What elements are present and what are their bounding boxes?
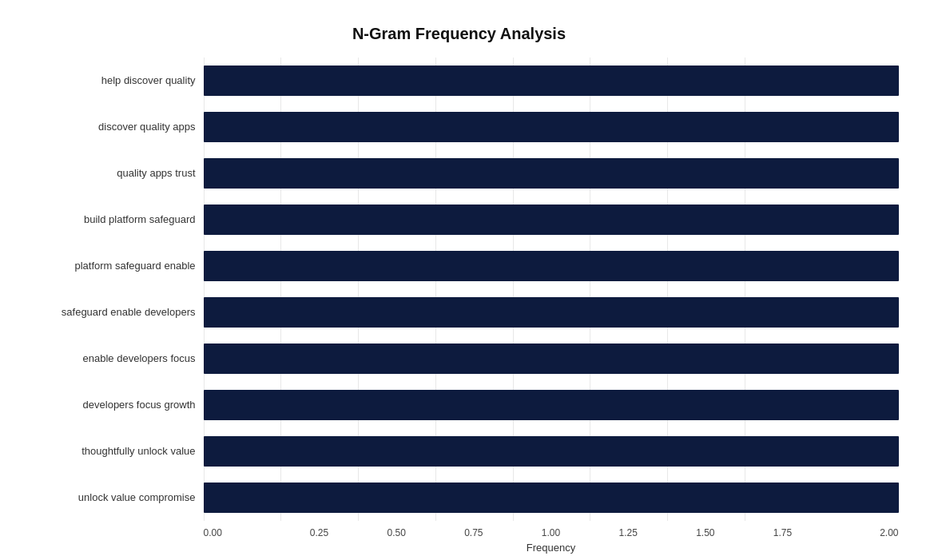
bar <box>204 158 899 189</box>
bars-container <box>204 58 899 521</box>
chart-title: N-Gram Frequency Analysis <box>20 25 899 43</box>
y-axis-label: unlock value compromise <box>20 478 196 518</box>
x-tick: 2.00 <box>821 527 899 538</box>
bottom-section: 0.000.250.500.751.001.251.501.752.00 Fre… <box>20 527 899 554</box>
y-axis-label: quality apps trust <box>20 153 196 193</box>
bar <box>204 344 899 374</box>
chart-area: help discover qualitydiscover quality ap… <box>20 58 899 521</box>
bar <box>204 297 899 328</box>
y-axis-label: discover quality apps <box>20 107 196 147</box>
bar <box>204 251 899 281</box>
bar-row <box>204 156 899 191</box>
bar-row <box>204 480 899 515</box>
bar-row <box>204 341 899 376</box>
y-axis: help discover qualitydiscover quality ap… <box>20 58 204 521</box>
x-tick: 1.00 <box>512 527 590 538</box>
x-tick: 0.00 <box>204 527 281 538</box>
x-tick: 0.50 <box>358 527 435 538</box>
bar-row <box>204 202 899 237</box>
bar <box>204 205 899 235</box>
y-axis-label: developers focus growth <box>20 385 196 425</box>
x-axis: 0.000.250.500.751.001.251.501.752.00 <box>204 527 899 538</box>
bar <box>204 436 899 467</box>
y-axis-label: help discover quality <box>20 61 196 101</box>
x-tick: 0.25 <box>280 527 358 538</box>
bar-row <box>204 63 899 98</box>
bar <box>204 66 899 96</box>
bars-and-grid <box>204 58 899 521</box>
bar <box>204 483 899 513</box>
x-tick: 1.75 <box>744 527 821 538</box>
chart-container: N-Gram Frequency Analysis help discover … <box>12 9 923 552</box>
bar <box>204 390 899 420</box>
bar-row <box>204 109 899 145</box>
bar-row <box>204 295 899 330</box>
x-tick: 1.50 <box>667 527 745 538</box>
bar-row <box>204 434 899 469</box>
y-axis-label: safeguard enable developers <box>20 292 196 332</box>
y-axis-label: build platform safeguard <box>20 200 196 240</box>
bar-row <box>204 248 899 284</box>
bar <box>204 112 899 142</box>
y-axis-label: enable developers focus <box>20 339 196 379</box>
x-tick: 0.75 <box>435 527 513 538</box>
bar-row <box>204 387 899 423</box>
y-axis-label: platform safeguard enable <box>20 246 196 286</box>
x-tick: 1.25 <box>590 527 667 538</box>
x-axis-label: Frequency <box>204 542 899 554</box>
y-axis-label: thoughtfully unlock value <box>20 431 196 471</box>
